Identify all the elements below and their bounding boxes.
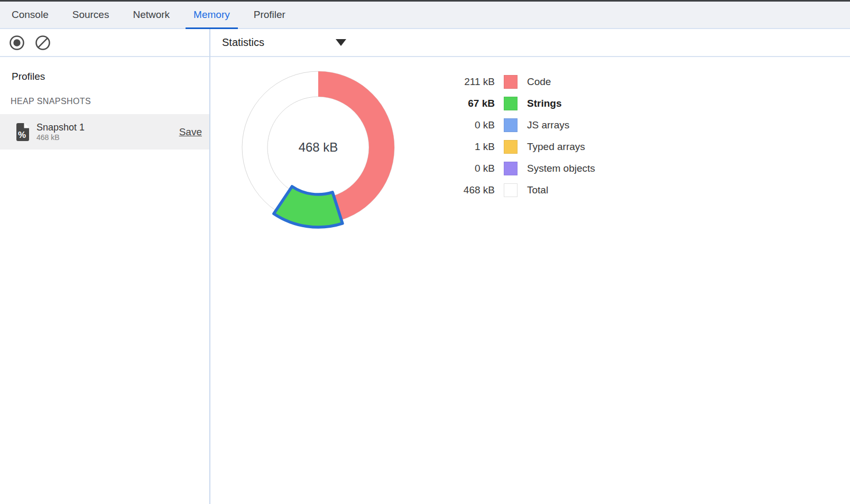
legend-label: System objects	[527, 163, 595, 174]
tab-network[interactable]: Network	[126, 2, 177, 28]
memory-main-panel: Statistics 468 kB 211 kB Code 67 kB Stri…	[210, 29, 850, 504]
tab-sources[interactable]: Sources	[66, 2, 116, 28]
legend-row[interactable]: 468 kB Total	[454, 179, 595, 201]
view-mode-value: Statistics	[222, 36, 264, 49]
legend-swatch	[504, 118, 518, 132]
tab-profiler[interactable]: Profiler	[247, 2, 292, 28]
legend-row[interactable]: 0 kB JS arrays	[454, 114, 595, 136]
heap-snapshots-section-title: HEAP SNAPSHOTS	[11, 97, 209, 106]
legend-swatch	[504, 162, 518, 175]
legend-label: Strings	[527, 98, 561, 109]
snapshot-size: 468 kB	[36, 133, 85, 142]
legend-label: Total	[527, 184, 548, 196]
legend-value: 211 kB	[454, 76, 495, 88]
profiles-toolbar	[0, 29, 209, 57]
profiles-title: Profiles	[12, 71, 209, 82]
legend-swatch	[504, 140, 518, 154]
legend-swatch	[504, 97, 518, 110]
legend-row[interactable]: 1 kB Typed arrays	[454, 136, 595, 157]
legend-label: Typed arrays	[527, 141, 585, 153]
statistics-chart-area: 468 kB 211 kB Code 67 kB Strings 0 kB JS…	[210, 57, 850, 504]
record-icon[interactable]	[9, 35, 25, 51]
clear-icon[interactable]	[35, 35, 51, 51]
legend-value: 468 kB	[454, 184, 495, 196]
legend-value: 0 kB	[454, 163, 495, 174]
snapshot-title: Snapshot 1	[36, 122, 85, 133]
tab-console[interactable]: Console	[5, 2, 56, 28]
view-mode-select[interactable]: Statistics	[222, 36, 346, 49]
heap-snapshot-icon: %	[16, 123, 30, 142]
legend-value: 67 kB	[454, 98, 495, 109]
legend-label: JS arrays	[527, 119, 569, 131]
panel-tab-bar: Console Sources Network Memory Profiler	[0, 2, 850, 29]
donut-center-label: 468 kB	[299, 140, 338, 154]
memory-view-toolbar: Statistics	[210, 29, 850, 57]
tab-memory[interactable]: Memory	[187, 2, 237, 28]
profiles-sidebar: Profiles HEAP SNAPSHOTS % Snapshot 1 468…	[0, 29, 210, 504]
slice-strings[interactable]	[274, 186, 343, 227]
legend-row[interactable]: 211 kB Code	[454, 71, 595, 92]
snapshot-save-link[interactable]: Save	[179, 126, 202, 138]
chart-legend: 211 kB Code 67 kB Strings 0 kB JS arrays…	[454, 71, 595, 201]
legend-row[interactable]: 67 kB Strings	[454, 92, 595, 114]
devtools-window: Console Sources Network Memory Profiler	[0, 0, 850, 504]
snapshot-list-item[interactable]: % Snapshot 1 468 kB Save	[0, 114, 209, 150]
legend-row[interactable]: 0 kB System objects	[454, 157, 595, 179]
legend-swatch	[504, 183, 518, 197]
legend-value: 1 kB	[454, 141, 495, 153]
memory-donut-chart: 468 kB	[230, 59, 406, 236]
chevron-down-icon	[336, 39, 346, 46]
legend-label: Code	[527, 76, 551, 88]
svg-text:%: %	[18, 130, 26, 140]
legend-swatch	[504, 75, 518, 89]
legend-value: 0 kB	[454, 119, 495, 131]
